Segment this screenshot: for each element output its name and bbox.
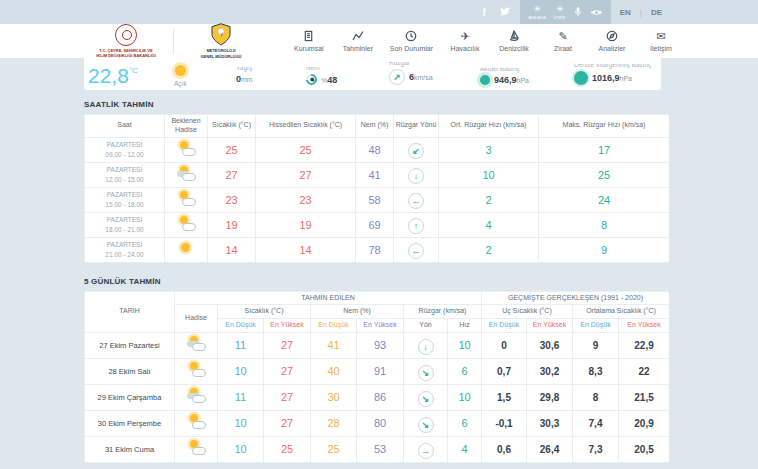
col-temp-min: En Düşük	[218, 319, 264, 333]
nav-kurumsal[interactable]: Kurumsal	[292, 30, 326, 52]
ankara-kiosk-icon[interactable]: ☀ ANKARA	[528, 5, 546, 20]
mgm-shield-icon	[211, 23, 231, 46]
sailboat-icon	[508, 30, 520, 42]
avg-min: 7,3	[573, 436, 619, 462]
lang-de-link[interactable]: DE	[651, 8, 662, 17]
humidity: 69	[356, 212, 394, 237]
wind-speed: 4	[448, 436, 482, 462]
wind-direction-icon: ←	[408, 193, 424, 209]
nav-analizler[interactable]: Analizler	[595, 30, 629, 52]
wind-speed: 10	[448, 384, 482, 410]
daily-row: 30 Ekim Perşembe 10 27 28 80 ↘ 6 -0,1 30…	[85, 410, 670, 436]
wind-direction-icon: ↓	[418, 339, 434, 355]
building-icon	[303, 30, 314, 42]
group-gecmiste: GEÇMİŞTE GERÇEKLEŞEN (1991 - 2020)	[482, 291, 670, 305]
wind-speed: 6	[448, 410, 482, 436]
col-hum-min: En Düşük	[311, 319, 357, 333]
hourly-row: PAZARTESİ15.00 - 18.00 23 23 58 ← 2 24	[85, 187, 670, 212]
humidity: 78	[356, 237, 394, 262]
sun-kiosk-icon: ☀	[533, 5, 541, 15]
temp-min: 10	[218, 358, 264, 384]
avg-wind: 10	[439, 162, 539, 187]
microphone-icon[interactable]	[574, 6, 582, 18]
nav-denizcilik[interactable]: Denizcilik	[497, 30, 531, 52]
accessibility-eye-icon[interactable]	[590, 8, 603, 17]
current-sea-pressure: Denize İndirgenmiş Basınç 1016,9hPa	[574, 64, 651, 90]
ext-min: -0,1	[482, 410, 527, 436]
daily-header-row-1: TARİH TAHMİN EDİLEN GEÇMİŞTE GERÇEKLEŞEN…	[85, 291, 670, 305]
hum-max: 80	[357, 410, 404, 436]
temp-max: 27	[264, 332, 311, 358]
ministry-emblem-icon	[115, 24, 137, 46]
lang-en-link[interactable]: EN	[620, 8, 631, 17]
daily-row: 29 Ekim Çarşamba 11 27 30 86 ↘ 10 1,5 29…	[85, 384, 670, 410]
avg-min: 7,4	[573, 410, 619, 436]
wind-direction-icon: →	[418, 443, 434, 459]
col-hiz: Hız	[448, 319, 482, 333]
col-sicaklik: Sıcaklık (°C)	[208, 115, 256, 138]
temp-min: 10	[218, 436, 264, 462]
twitter-icon[interactable]	[499, 7, 511, 18]
ext-max: 30,6	[527, 332, 573, 358]
temperature: 14	[208, 237, 256, 262]
humidity: 58	[356, 187, 394, 212]
feels-like: 19	[256, 212, 356, 237]
col-temp-max: En Yüksek	[264, 319, 311, 333]
hum-min: 28	[311, 410, 357, 436]
avg-max: 20,5	[619, 436, 670, 462]
humidity: 48	[356, 137, 394, 162]
daily-row: 27 Ekim Pazartesi 11 27 41 93 ↓ 10 0 30,…	[85, 332, 670, 358]
topbar: f ☀ ANKARA ☀ İZMİR EN | DE	[0, 0, 758, 24]
facebook-icon[interactable]: f	[478, 7, 490, 18]
current-condition: Açık	[174, 65, 187, 90]
ext-max: 30,2	[527, 358, 573, 384]
feels-like: 27	[256, 162, 356, 187]
current-wind: Rüzgar ↗ 6km/sa	[389, 62, 433, 90]
mgm-logo[interactable]: METEOROLOJİ GENEL MÜDÜRLÜĞÜ	[183, 23, 259, 58]
max-wind: 9	[539, 237, 670, 262]
avg-min: 8	[573, 384, 619, 410]
pen-icon: ✎	[558, 30, 567, 42]
col-nem: Nem (%)	[356, 115, 394, 138]
mgm-weather-page: f ☀ ANKARA ☀ İZMİR EN | DE	[0, 0, 758, 469]
weather-icon	[184, 335, 208, 351]
hum-min: 30	[311, 384, 357, 410]
ministry-logo[interactable]: T.C. ÇEVRE, ŞEHİRCİLİK VE İKLİM DEĞİŞİKL…	[88, 24, 164, 58]
col-hissedilen: Hissedilen Sıcaklık (°C)	[256, 115, 356, 138]
group-sicaklik: Sıcaklık (°C)	[218, 305, 311, 319]
avg-max: 20,9	[619, 410, 670, 436]
daily-row: 31 Ekim Cuma 10 25 25 53 → 4 0,6 26,4 7,…	[85, 436, 670, 462]
nav-son-durumlar[interactable]: Son Durumlar	[390, 30, 433, 52]
avg-min: 9	[573, 332, 619, 358]
nav-iletisim[interactable]: ✉ İletişim	[644, 30, 678, 52]
max-wind: 8	[539, 212, 670, 237]
sun-icon	[175, 65, 186, 76]
wind-direction-icon: ↘	[418, 391, 434, 407]
site-header: T.C. ÇEVRE, ŞEHİRCİLİK VE İKLİM DEĞİŞİKL…	[0, 24, 758, 58]
weather-icon	[184, 413, 208, 429]
feels-like: 14	[256, 237, 356, 262]
izmir-kiosk-icon[interactable]: ☀ İZMİR	[554, 5, 566, 20]
line-chart-icon	[352, 30, 364, 42]
wind-direction-icon: ↗	[389, 69, 405, 85]
hum-max: 86	[357, 384, 404, 410]
nav-havacilik[interactable]: ✈ Havacılık	[448, 30, 482, 52]
current-pressure: Aktüel Basınç 946,9hPa	[480, 68, 529, 90]
nav-tahminler[interactable]: Tahminler	[341, 30, 375, 52]
col-avg-max: En Yüksek	[619, 319, 670, 333]
avg-wind: 2	[439, 187, 539, 212]
temperature: 25	[208, 137, 256, 162]
daily-forecast-table: TARİH TAHMİN EDİLEN GEÇMİŞTE GERÇEKLEŞEN…	[84, 291, 669, 463]
col-ort-ruzgar: Ort. Rüzgar Hızı (km/sa)	[439, 115, 539, 138]
date: 27 Ekim Pazartesi	[85, 332, 175, 358]
current-conditions-strip: 22,8°C Açık Yağış 0mm Nem %48 Rüzgar ↗ 6…	[84, 58, 661, 90]
time-slot: PAZARTESİ09.00 - 12.00	[85, 137, 165, 162]
feels-like: 23	[256, 187, 356, 212]
avg-max: 22,9	[619, 332, 670, 358]
wind-speed: 6	[448, 358, 482, 384]
toolbar-tray: ☀ ANKARA ☀ İZMİR	[520, 0, 611, 24]
weather-icon	[174, 140, 198, 156]
col-maks-ruzgar: Maks. Rüzgar Hızı (km/sa)	[539, 115, 670, 138]
nav-ziraat[interactable]: ✎ Ziraat	[546, 30, 580, 52]
humidity-drop-icon	[304, 72, 319, 87]
